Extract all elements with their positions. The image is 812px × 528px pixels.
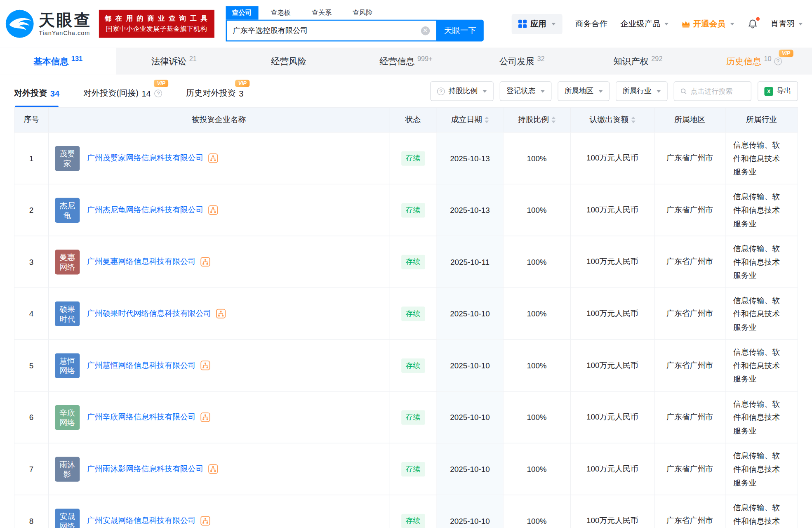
status-badge: 存续 bbox=[401, 514, 425, 528]
enterprise-products-link[interactable]: 企业级产品 bbox=[620, 19, 668, 29]
company-name-link[interactable]: 广州曼惠网络信息科技有限公司 bbox=[87, 257, 196, 267]
row-index: 3 bbox=[14, 236, 49, 288]
company-avatar[interactable]: 慧恒网络 bbox=[55, 353, 80, 378]
equity-structure-icon[interactable] bbox=[200, 516, 210, 526]
promo-line-2: 国家中小企业发展子基金旗下机构 bbox=[105, 24, 209, 34]
company-name-link[interactable]: 广州辛欣网络信息科技有限公司 bbox=[87, 412, 196, 422]
subscribed-capital: 100万元人民币 bbox=[571, 184, 654, 236]
sort-icon[interactable] bbox=[485, 117, 489, 123]
brand-domain: TianYanCha.com bbox=[39, 30, 92, 36]
equity-structure-icon[interactable] bbox=[200, 361, 210, 370]
chevron-down-icon bbox=[599, 90, 603, 92]
company-avatar[interactable]: 杰尼龟 bbox=[55, 198, 80, 222]
col-subscribed-capital[interactable]: 认缴出资额 bbox=[571, 108, 654, 132]
vip-badge: VIP bbox=[779, 50, 793, 57]
business-cooperation-link[interactable]: 商务合作 bbox=[575, 19, 607, 29]
subtab-indirect-investment[interactable]: VIP 对外投资(间接) 14 ? bbox=[83, 88, 162, 107]
tab-operating-risk[interactable]: 经营风险 bbox=[232, 48, 348, 75]
region: 广东省广州市 bbox=[654, 391, 725, 443]
sort-icon[interactable] bbox=[631, 117, 635, 123]
help-icon[interactable]: ? bbox=[774, 57, 782, 65]
establish-date: 2025-10-13 bbox=[437, 184, 504, 236]
row-index: 4 bbox=[14, 288, 49, 339]
company-avatar[interactable]: 安晟网络 bbox=[55, 508, 80, 528]
table-row: 7 雨沐影 广州雨沐影网络信息科技有限公司 存续 2025-10-10 100%… bbox=[14, 443, 798, 495]
search-button[interactable]: 天眼一下 bbox=[437, 20, 483, 42]
col-holding-ratio[interactable]: 持股比例 bbox=[504, 108, 571, 132]
search-tab-relation[interactable]: 查关系 bbox=[305, 6, 338, 20]
chevron-down-icon bbox=[664, 23, 668, 25]
table-row: 5 慧恒网络 广州慧恒网络信息科技有限公司 存续 2025-10-10 100%… bbox=[14, 339, 798, 391]
tab-company-development[interactable]: 公司发展 32 bbox=[464, 48, 580, 75]
col-establish-date[interactable]: 成立日期 bbox=[437, 108, 504, 132]
export-button[interactable]: X 导出 bbox=[758, 81, 798, 101]
search-tab-boss[interactable]: 查老板 bbox=[264, 6, 297, 20]
filter-search-box[interactable] bbox=[674, 81, 751, 101]
company-avatar[interactable]: 雨沐影 bbox=[55, 457, 80, 481]
col-company-name: 被投资企业名称 bbox=[49, 108, 389, 132]
filter-holding-ratio[interactable]: ? 持股比例 bbox=[430, 81, 493, 101]
search-area: 查公司 查老板 查关系 查风险 ✕ 天眼一下 bbox=[226, 6, 483, 41]
open-vip-link[interactable]: 开通会员 bbox=[681, 19, 734, 29]
tab-history-info[interactable]: VIP 历史信息 10 ? bbox=[696, 48, 812, 75]
company-name-link[interactable]: 广州杰尼龟网络信息科技有限公司 bbox=[87, 205, 204, 215]
site-header: 天眼查 TianYanCha.com 都 在 用 的 商 业 查 询 工 具 国… bbox=[0, 0, 812, 48]
equity-structure-icon[interactable] bbox=[200, 257, 210, 267]
search-tab-company[interactable]: 查公司 bbox=[226, 6, 258, 20]
subscribed-capital: 100万元人民币 bbox=[571, 391, 654, 443]
subscribed-capital: 100万元人民币 bbox=[571, 288, 654, 339]
equity-structure-icon[interactable] bbox=[208, 205, 218, 215]
holding-ratio: 100% bbox=[504, 132, 571, 184]
table-search-input[interactable] bbox=[691, 87, 745, 95]
company-cell: 杰尼龟 广州杰尼龟网络信息科技有限公司 bbox=[49, 184, 389, 236]
chevron-down-icon bbox=[541, 90, 545, 92]
region: 广东省广州市 bbox=[654, 443, 725, 495]
subtab-outbound-investment[interactable]: 对外投资 34 bbox=[14, 88, 59, 107]
search-tab-risk[interactable]: 查风险 bbox=[346, 6, 379, 20]
company-avatar[interactable]: 硕果时代 bbox=[55, 301, 80, 326]
status-cell: 存续 bbox=[389, 184, 437, 236]
row-index: 5 bbox=[14, 340, 49, 391]
equity-structure-icon[interactable] bbox=[208, 153, 218, 163]
company-name-link[interactable]: 广州雨沐影网络信息科技有限公司 bbox=[87, 464, 204, 474]
status-cell: 存续 bbox=[389, 236, 437, 288]
industry-cell: 信息传输、软件和信息技术服务业 bbox=[725, 184, 798, 236]
company-avatar[interactable]: 辛欣网络 bbox=[55, 405, 80, 429]
tianyancha-logo-icon bbox=[5, 9, 34, 38]
industry-cell: 信息传输、软件和信息技术服务业 bbox=[725, 132, 798, 184]
help-icon[interactable]: ? bbox=[155, 90, 162, 97]
company-name-link[interactable]: 广州安晟网络信息科技有限公司 bbox=[87, 516, 196, 526]
company-avatar[interactable]: 曼惠网络 bbox=[55, 250, 80, 274]
status-badge: 存续 bbox=[401, 306, 425, 321]
search-input[interactable] bbox=[226, 21, 435, 40]
tianyancha-logo[interactable]: 天眼查 TianYanCha.com bbox=[5, 9, 92, 38]
equity-structure-icon[interactable] bbox=[200, 412, 210, 422]
company-avatar[interactable]: 茂婴家 bbox=[55, 146, 80, 170]
company-name-link[interactable]: 广州慧恒网络信息科技有限公司 bbox=[87, 361, 196, 370]
equity-structure-icon[interactable] bbox=[216, 309, 226, 318]
filter-region[interactable]: 所属地区 bbox=[558, 81, 610, 101]
clear-search-icon[interactable]: ✕ bbox=[421, 26, 429, 35]
establish-date: 2025-10-10 bbox=[437, 495, 504, 528]
holding-ratio: 100% bbox=[504, 184, 571, 236]
company-name-link[interactable]: 广州硕果时代网络信息科技有限公司 bbox=[87, 309, 211, 318]
investment-table: 序号 被投资企业名称 状态 成立日期 持股比例 认缴出资额 所属地区 所属行业 … bbox=[14, 107, 798, 528]
tab-basic-info[interactable]: 基本信息 131 bbox=[0, 48, 116, 75]
notification-bell[interactable] bbox=[747, 18, 758, 30]
subtab-history-investment[interactable]: VIP 历史对外投资 3 bbox=[186, 88, 243, 107]
equity-structure-icon[interactable] bbox=[208, 464, 218, 474]
filter-industry[interactable]: 所属行业 bbox=[616, 81, 668, 101]
user-menu[interactable]: 肖青羽 bbox=[771, 19, 803, 29]
region: 广东省广州市 bbox=[654, 184, 725, 236]
sort-icon[interactable] bbox=[551, 117, 555, 123]
tab-intellectual-property[interactable]: 知识产权 292 bbox=[580, 48, 696, 75]
company-name-link[interactable]: 广州茂婴家网络信息科技有限公司 bbox=[87, 153, 204, 163]
table-header-row: 序号 被投资企业名称 状态 成立日期 持股比例 认缴出资额 所属地区 所属行业 bbox=[14, 108, 798, 132]
tab-business-info[interactable]: 经营信息 999+ bbox=[348, 48, 464, 75]
tab-legal-proceedings[interactable]: 法律诉讼 21 bbox=[116, 48, 232, 75]
filter-registration-status[interactable]: 登记状态 bbox=[500, 81, 552, 101]
industry: 信息传输、软件和信息技术服务业 bbox=[733, 397, 784, 437]
apps-button[interactable]: 应用 bbox=[512, 14, 563, 34]
company-cell: 茂婴家 广州茂婴家网络信息科技有限公司 bbox=[49, 132, 389, 184]
excel-icon: X bbox=[764, 87, 773, 95]
